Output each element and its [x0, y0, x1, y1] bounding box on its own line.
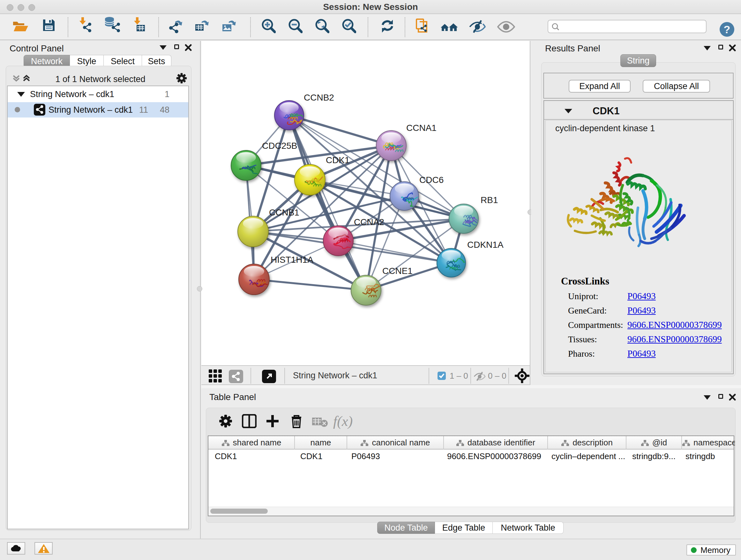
svg-text:CCNA1: CCNA1: [406, 123, 436, 133]
svg-text:CCNB2: CCNB2: [304, 92, 334, 103]
svg-text:CCNB1: CCNB1: [269, 207, 299, 217]
svg-text:HIST1H1A: HIST1H1A: [271, 255, 313, 265]
svg-text:CDK1: CDK1: [326, 155, 350, 165]
svg-text:RB1: RB1: [481, 195, 498, 205]
svg-text:CDKN1A: CDKN1A: [467, 240, 503, 250]
svg-text:CDC25B: CDC25B: [262, 141, 297, 151]
svg-text:?: ?: [724, 23, 731, 36]
svg-text:CDC6: CDC6: [419, 175, 444, 185]
svg-text:CCNE1: CCNE1: [382, 266, 413, 276]
svg-text:CCNA2: CCNA2: [354, 217, 384, 227]
